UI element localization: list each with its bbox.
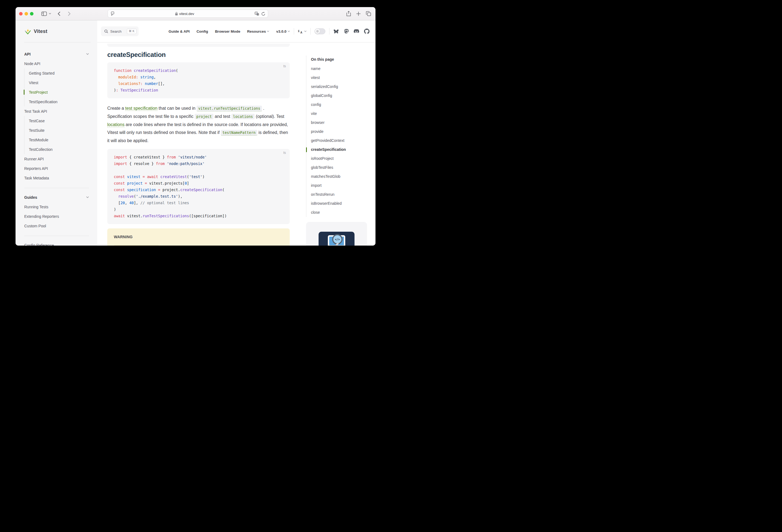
on-this-page-aside: On this page namevitestserializedConfigg…	[306, 56, 367, 246]
inline-code-link[interactable]: vitest.runTestSpecifications	[197, 106, 262, 111]
sidebar-toggle-icon[interactable]	[41, 11, 47, 16]
signature-code-block: ts function createSpecification( moduleI…	[107, 62, 290, 98]
nav-link-v3-0-0[interactable]: v3.0.0	[276, 29, 290, 34]
toc-item-serializedconfig[interactable]: serializedConfig	[306, 82, 367, 91]
sidebar-item-task-metadata[interactable]: Task Metadata	[24, 173, 89, 183]
sidebar-item-runner-api[interactable]: Runner API	[24, 154, 89, 164]
vitest-logo-icon	[24, 28, 31, 35]
nav-link-config[interactable]: Config	[197, 29, 208, 34]
sidebar-item-testcollection[interactable]: TestCollection	[29, 145, 89, 154]
translate-icon[interactable]: A 文	[255, 12, 259, 16]
address-bar[interactable]: vitest.dev A 文	[108, 9, 268, 18]
sidebar-subgroup: Getting StartedVitestTestProjectTestSpec…	[24, 68, 89, 106]
tab-overview-icon[interactable]	[366, 11, 371, 16]
inline-code: project	[195, 114, 213, 119]
sponsor-ad-card[interactable]: </>	[306, 222, 367, 246]
reload-icon[interactable]	[261, 12, 265, 16]
svg-text:x̄: x̄	[298, 29, 299, 33]
code-line: locations?: number[],	[114, 80, 283, 87]
chevron-down-icon	[86, 196, 89, 198]
svg-text:A: A	[255, 12, 257, 14]
toc-item-browser[interactable]: browser	[306, 118, 367, 127]
mastodon-icon[interactable]	[344, 29, 349, 34]
sidebar-item-testspecification[interactable]: TestSpecification	[29, 97, 89, 106]
sidebar-item-node-api[interactable]: Node API	[24, 59, 89, 68]
sidebar-item-extending-reporters[interactable]: Extending Reporters	[24, 212, 89, 221]
sidebar-item-test-task-api[interactable]: Test Task API	[24, 106, 89, 116]
inline-code: createSpecification	[114, 245, 159, 246]
nav-link-resources[interactable]: Resources	[247, 29, 269, 34]
toc-item-name[interactable]: name	[306, 64, 367, 73]
search-input[interactable]: Search ⌘ K	[101, 26, 139, 36]
code-line: moduleId: string,	[114, 74, 283, 80]
code-line: function createSpecification(	[114, 67, 283, 74]
discord-icon[interactable]	[353, 29, 359, 34]
nav-link-browser-mode[interactable]: Browser Mode	[215, 29, 240, 34]
toc-item-vite[interactable]: vite	[306, 109, 367, 118]
code-line: [20, 40], // optional test lines	[114, 200, 283, 206]
code-line: const vitest = await createVitest('test'…	[114, 173, 283, 180]
back-button[interactable]	[58, 11, 61, 16]
site-title: Vitest	[34, 29, 47, 34]
toc-item-isbrowserenabled[interactable]: isBrowserEnabled	[306, 199, 367, 208]
minimize-window-button[interactable]	[25, 12, 28, 15]
desktop: vitest.dev A 文	[0, 0, 391, 266]
bluesky-icon[interactable]	[333, 29, 339, 34]
toc-item-matchestestglob[interactable]: matchesTestGlob	[306, 172, 367, 181]
sidebar-item-config-reference[interactable]: Config Reference	[24, 240, 89, 246]
inline-link[interactable]: module ID	[194, 245, 214, 246]
inline-code: locations	[232, 114, 255, 119]
share-icon[interactable]	[346, 11, 351, 16]
site-logo[interactable]: Vitest	[15, 21, 97, 42]
nav-link-guide-api[interactable]: Guide & API	[169, 29, 190, 34]
lock-icon	[175, 12, 178, 15]
theme-toggle[interactable]	[315, 28, 325, 34]
reader-mode-icon[interactable]	[111, 11, 115, 16]
inline-link[interactable]: test specification	[125, 106, 157, 111]
code-line: import { createVitest } from 'vitest/nod…	[114, 154, 283, 161]
toc-item-globalconfig[interactable]: globalConfig	[306, 91, 367, 100]
sidebar-section-api[interactable]: API	[24, 49, 89, 59]
inline-link[interactable]: locations	[107, 122, 125, 127]
browser-window: vitest.dev A 文	[15, 7, 376, 246]
sidebar-section-guides[interactable]: Guides	[24, 192, 89, 202]
toc-item-provide[interactable]: provide	[306, 127, 367, 136]
toc-item-getprovidedcontext[interactable]: getProvidedContext	[306, 136, 367, 145]
toc-title: On this page	[306, 56, 367, 63]
github-icon[interactable]	[364, 29, 369, 34]
zoom-window-button[interactable]	[30, 12, 34, 15]
sidebar-item-running-tests[interactable]: Running Tests	[24, 202, 89, 212]
code-line: await vitest.runTestSpecifications([spec…	[114, 213, 283, 219]
code-lang-badge: ts	[283, 64, 286, 68]
sidebar-item-testsuite[interactable]: TestSuite	[29, 126, 89, 135]
search-icon	[104, 29, 108, 33]
language-menu[interactable]: x̄ A	[298, 29, 307, 34]
toc-item-import[interactable]: import	[306, 181, 367, 190]
sidebar-divider	[24, 188, 89, 188]
chevron-down-icon	[304, 31, 307, 32]
sidebar-item-testmodule[interactable]: TestModule	[29, 135, 89, 145]
toc-item-createspecification[interactable]: createSpecification	[306, 145, 367, 154]
sidebar-item-custom-pool[interactable]: Custom Pool	[24, 221, 89, 230]
toc-item-ontestsrerun[interactable]: onTestsRerun	[306, 190, 367, 199]
sidebar-chevron-icon[interactable]	[49, 13, 51, 14]
toc-item-isrootproject[interactable]: isRootProject	[306, 154, 367, 163]
warning-body: createSpecification expects resolved mod…	[114, 244, 283, 246]
sidebar-item-getting-started[interactable]: Getting Started	[29, 68, 89, 78]
inline-code-link[interactable]: testNamePattern	[221, 130, 257, 136]
code-line: ): TestSpecification	[114, 87, 283, 94]
toc-item-vitest[interactable]: vitest	[306, 73, 367, 82]
toc-item-close[interactable]: close	[306, 208, 367, 217]
code-line: resolve('./example.test.ts'),	[114, 193, 283, 200]
forward-button[interactable]	[68, 11, 71, 16]
sidebar-item-testproject[interactable]: TestProject	[29, 87, 89, 97]
search-placeholder: Search	[110, 29, 125, 34]
sidebar-item-vitest[interactable]: Vitest	[29, 78, 89, 87]
sidebar-item-testcase[interactable]: TestCase	[29, 116, 89, 126]
close-window-button[interactable]	[19, 12, 23, 15]
toc-item-globtestfiles[interactable]: globTestFiles	[306, 163, 367, 172]
new-tab-icon[interactable]	[356, 11, 361, 16]
toc-item-config[interactable]: config	[306, 100, 367, 109]
sidebar-nav: APINode APIGetting StartedVitestTestProj…	[15, 42, 97, 246]
sidebar-item-reporters-api[interactable]: Reporters API	[24, 164, 89, 173]
